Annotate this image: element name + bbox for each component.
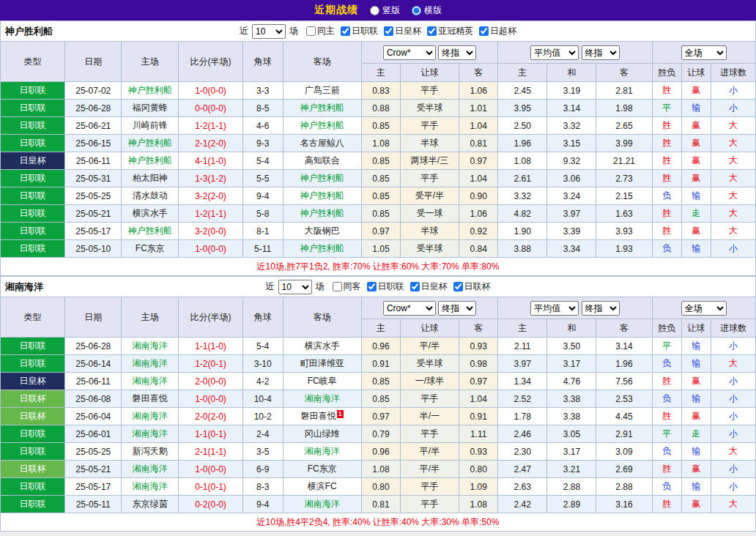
odds-source-select[interactable]: Crow* [383,45,436,60]
league-type-badge: 日职联 [1,240,65,258]
same-venue-label: 同主 [317,25,335,37]
asian-away-odds: 0.84 [459,240,498,258]
same-venue-filter[interactable]: 同主 [306,25,335,37]
score: 1-0(0-0) [179,461,242,478]
asian-away-odds: 1.06 [459,82,498,100]
league-0-filter[interactable]: 日职联 [367,280,404,293]
euro-home-odds: 2.61 [498,170,547,187]
avg-stage-select[interactable]: 终指 [582,301,620,316]
asian-away-odds: 0.91 [459,408,498,425]
odds-source-select[interactable]: Crow* [383,301,436,316]
league-1-filter[interactable]: 日皇杯 [410,280,448,293]
away-team: 神户胜利船 [283,240,361,258]
home-team: 东京绿茵 [122,496,179,513]
same-venue-checkbox[interactable] [333,282,342,291]
home-team: 湘南海洋 [122,478,179,496]
euro-draw-odds: 3.15 [547,135,596,152]
league-type-badge: 日皇杯 [1,152,65,170]
euro-home-odds: 4.82 [498,205,547,223]
euro-away-odds: 3.93 [596,223,652,240]
league-2-checkbox[interactable] [453,282,463,291]
col-type: 类型 [1,42,65,82]
match-row: 日职联25-05-17神户胜利船3-2(0-0)8-1大阪钢巴0.97半球0.9… [1,223,756,240]
league-2-checkbox[interactable] [427,26,437,36]
away-team: 神户胜利船 [283,100,361,117]
asian-away-odds: 0.97 [459,152,498,170]
league-type-badge: 日职联 [1,205,65,223]
match-date: 25-05-17 [65,223,122,240]
home-team: 神户胜利船 [122,82,179,100]
asian-handicap-line: 受半球 [400,355,459,373]
asian-home-odds: 0.79 [361,425,400,443]
league-0-checkbox[interactable] [367,282,377,291]
asian-handicap-line: 平/半 [400,338,459,355]
asian-home-odds: 0.97 [361,408,400,425]
league-type-badge: 日职联 [1,187,65,205]
corners: 8-5 [242,100,283,117]
score: 1-2(1-1) [179,205,242,223]
result-handicap: 赢 [681,461,711,478]
league-1-filter[interactable]: 日皇杯 [384,25,421,37]
corners: 4-2 [242,373,283,390]
asian-handicap-line: 受半球 [400,240,459,258]
layout-option-horizontal[interactable]: 横版 [412,4,442,17]
horizontal-radio[interactable] [412,6,421,15]
col-result-goals: 进球数 [711,64,755,82]
result-group: 全场 [652,297,755,319]
match-row: 日职联25-05-25新泻天鹅2-1(1-1)3-5湘南海洋0.96平/半0.9… [1,443,756,461]
recent-count-select[interactable]: 10 [252,24,286,39]
league-3-checkbox[interactable] [479,26,489,36]
result-wl: 胜 [652,135,681,152]
result-goals: 小 [711,390,755,408]
league-type-badge: 日职联 [1,223,65,240]
euro-draw-odds: 3.38 [547,390,596,408]
match-row: 日联杯25-06-08磐田喜悦1-0(0-0)10-4湘南海洋0.85平手1.0… [1,390,756,408]
asian-handicap-line: 半/一 [400,408,459,425]
col-away: 客场 [283,42,361,82]
layout-option-vertical[interactable]: 竖版 [370,4,400,17]
vertical-radio[interactable] [370,6,379,15]
col-home: 主场 [122,42,179,82]
league-1-checkbox[interactable] [410,282,420,291]
result-goals: 大 [711,135,755,152]
euro-away-odds: 7.56 [596,373,652,390]
result-wl: 负 [652,355,681,373]
home-team: FC东京 [122,240,179,258]
league-2-filter[interactable]: 日联杯 [453,280,491,293]
asian-home-odds: 0.96 [361,443,400,461]
col-result-wl: 胜负 [652,64,681,82]
recent-count-select[interactable]: 10 [278,280,312,294]
same-venue-checkbox[interactable] [306,26,316,36]
corners: 2-4 [242,425,283,443]
league-3-filter[interactable]: 日超杯 [479,25,516,37]
league-2-filter[interactable]: 亚冠精英 [427,25,473,37]
match-row: 日联杯25-06-04湘南海洋2-0(2-0)10-2磐田喜悦10.97半/一0… [1,408,756,425]
asian-odds-group: Crow* 终指 [361,297,497,319]
league-0-filter[interactable]: 日职联 [341,25,378,37]
euro-home-odds: 3.97 [498,355,547,373]
away-team: 横滨水手 [283,338,361,355]
avg-stage-select[interactable]: 终指 [582,45,620,60]
result-handicap: 输 [681,240,711,258]
league-1-checkbox[interactable] [384,26,393,36]
fulltime-select[interactable]: 全场 [681,45,727,60]
corners: 5-8 [242,205,283,223]
same-venue-filter[interactable]: 同客 [333,280,361,293]
result-handicap: 赢 [681,135,711,152]
euro-draw-odds: 3.05 [547,425,596,443]
asian-away-odds: 0.90 [459,187,498,205]
asian-handicap-line: 两球半/三 [400,152,459,170]
col-corner: 角球 [242,297,283,338]
match-row: 日职联25-06-21川崎前锋1-2(1-1)4-6神户胜利船0.85平手1.0… [1,117,756,135]
league-0-checkbox[interactable] [341,26,350,36]
odds-stage-select[interactable]: 终指 [438,45,476,60]
avg-odds-select[interactable]: 平均值 [530,301,579,316]
avg-odds-select[interactable]: 平均值 [530,45,579,60]
league-type-badge: 日职联 [1,355,65,373]
league-type-badge: 日皇杯 [1,373,65,390]
asian-home-odds: 0.83 [361,82,400,100]
match-date: 25-06-28 [65,100,122,117]
fulltime-select[interactable]: 全场 [681,301,727,316]
odds-stage-select[interactable]: 终指 [438,301,476,316]
euro-draw-odds: 3.34 [547,240,596,258]
